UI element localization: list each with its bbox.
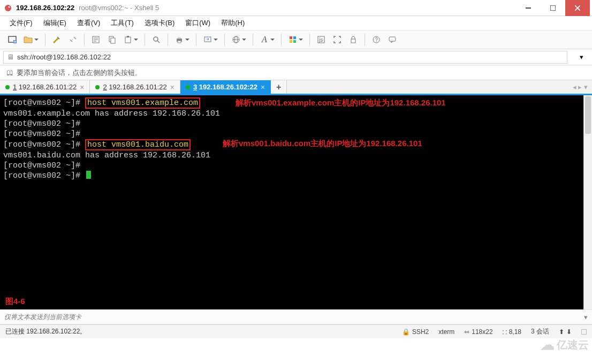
svg-rect-18 <box>125 37 131 43</box>
window-title-sub: root@vms002:~ - Xshell 5 <box>79 4 159 12</box>
svg-rect-23 <box>178 37 181 39</box>
toolbar: A js ? <box>0 30 592 49</box>
hint-bar: 🕮 要添加当前会话，点击左侧的箭头按钮。 <box>0 65 592 80</box>
properties-icon[interactable] <box>89 33 103 47</box>
svg-text:?: ? <box>375 37 378 43</box>
menu-edit[interactable]: 编辑(E) <box>41 17 69 29</box>
window-title-main: 192.168.26.102:22 <box>16 4 74 12</box>
output-1: vms001.example.com has address 192.168.2… <box>3 109 589 119</box>
help-icon[interactable]: ? <box>369 33 383 47</box>
status-term: xterm <box>438 328 454 336</box>
close-button[interactable] <box>565 0 590 16</box>
copy-icon[interactable] <box>105 33 119 47</box>
caret-pos-icon: ⸬ <box>503 328 507 336</box>
status-bar: 已连接 192.168.26.102:22。 🔒SSH2 xterm ⇿118x… <box>0 324 592 338</box>
reconnect-icon[interactable] <box>50 33 64 47</box>
new-session-icon[interactable] <box>5 33 19 47</box>
titlebar: 192.168.26.102:22 root@vms002:~ - Xshell… <box>0 0 592 16</box>
tile-up-icon[interactable]: ⬆ <box>559 328 564 336</box>
svg-text:js: js <box>318 37 323 43</box>
transfer-icon[interactable] <box>201 33 215 47</box>
disconnect-icon[interactable] <box>66 33 80 47</box>
status-protocol: SSH2 <box>412 328 429 336</box>
tab-bar: 1 192.168.26.101:22 × 2 192.168.26.101:2… <box>0 80 592 95</box>
tab-1[interactable]: 1 192.168.26.101:22 × <box>0 80 90 94</box>
globe-icon[interactable] <box>229 33 243 47</box>
command-2: host vms001.baidu.com <box>85 139 191 150</box>
tab-nav[interactable]: ◂ ▸ ▾ <box>568 80 592 94</box>
tab-2[interactable]: 2 192.168.26.101:22 × <box>90 80 180 94</box>
bookmark-add-icon[interactable]: 🕮 <box>6 69 13 77</box>
status-size: 118x22 <box>472 328 492 336</box>
svg-rect-24 <box>178 41 181 43</box>
open-icon[interactable] <box>21 33 35 47</box>
script-icon[interactable]: js <box>314 33 328 47</box>
svg-point-1 <box>9 6 10 7</box>
url-scheme-icon: 🖥 <box>7 53 14 61</box>
svg-line-21 <box>157 41 160 43</box>
svg-point-10 <box>54 42 55 43</box>
svg-rect-35 <box>351 39 355 43</box>
status-dot-icon <box>186 85 190 89</box>
tab-3[interactable]: 3 192.168.26.102:22 × <box>180 80 271 94</box>
svg-rect-29 <box>290 36 292 39</box>
tab-close-icon[interactable]: × <box>80 83 84 92</box>
watermark: ☁ 亿速云 <box>541 337 589 353</box>
menu-view[interactable]: 查看(V) <box>75 17 102 29</box>
menu-tabs[interactable]: 选项卡(B) <box>142 17 177 29</box>
tile-down-icon[interactable]: ⬇ <box>566 328 572 336</box>
maximize-button[interactable] <box>541 0 565 16</box>
svg-rect-17 <box>111 38 115 43</box>
command-1: host vms001.example.com <box>85 97 200 109</box>
fullscreen-icon[interactable] <box>330 33 344 47</box>
status-sessions: 3 会话 <box>531 327 549 336</box>
svg-point-20 <box>154 37 158 41</box>
paste-icon[interactable] <box>121 33 135 47</box>
cursor <box>86 171 91 179</box>
svg-line-11 <box>72 38 74 40</box>
figure-label: 图4-6 <box>5 296 25 306</box>
address-text: ssh://root@192.168.26.102:22 <box>17 53 111 61</box>
status-dot-icon <box>5 85 10 89</box>
status-connection: 已连接 192.168.26.102:22。 <box>5 327 392 336</box>
svg-rect-3 <box>550 5 556 11</box>
compose-input[interactable] <box>4 311 581 323</box>
lock-small-icon: 🔒 <box>402 328 410 336</box>
chat-icon[interactable] <box>385 33 399 47</box>
print-icon[interactable] <box>172 33 186 47</box>
compose-bar: ▾ <box>0 309 592 324</box>
annotation-2: 解析vms001.baidu.com主机的IP地址为192.168.26.101 <box>223 138 422 148</box>
terminal-scrollbar[interactable] <box>583 95 592 309</box>
menu-help[interactable]: 帮助(H) <box>219 17 247 29</box>
menubar: 文件(F) 编辑(E) 查看(V) 工具(T) 选项卡(B) 窗口(W) 帮助(… <box>0 16 592 30</box>
output-2: vms001.baidu.com has address 192.168.26.… <box>3 150 589 161</box>
address-dropdown[interactable]: ▾ <box>571 53 592 61</box>
address-field[interactable]: 🖥 ssh://root@192.168.26.102:22 <box>3 51 567 64</box>
size-icon: ⇿ <box>464 328 469 336</box>
svg-rect-31 <box>290 40 292 43</box>
caps-indicator <box>581 329 587 335</box>
status-pos: 8,18 <box>509 328 521 336</box>
find-icon[interactable] <box>149 33 163 47</box>
terminal[interactable]: [root@vms002 ~]# host vms001.example.com… <box>0 95 592 309</box>
menu-file[interactable]: 文件(F) <box>7 17 35 29</box>
tab-close-icon[interactable]: × <box>170 83 174 92</box>
menu-window[interactable]: 窗口(W) <box>183 17 212 29</box>
lock-icon[interactable] <box>346 33 360 47</box>
hint-text: 要添加当前会话，点击左侧的箭头按钮。 <box>17 68 142 78</box>
svg-point-0 <box>5 5 11 11</box>
svg-rect-30 <box>293 36 296 39</box>
tab-close-icon[interactable]: × <box>261 83 265 92</box>
svg-rect-19 <box>127 36 129 37</box>
annotation-1: 解析vms001.example.com主机的IP地址为192.168.26.1… <box>236 97 446 108</box>
svg-rect-32 <box>293 40 296 43</box>
minimize-button[interactable] <box>516 0 541 16</box>
menu-tools[interactable]: 工具(T) <box>109 17 136 29</box>
color-icon[interactable] <box>286 33 300 47</box>
font-icon[interactable]: A <box>257 33 271 47</box>
cloud-icon: ☁ <box>541 337 555 353</box>
compose-dropdown-icon[interactable]: ▾ <box>584 313 588 321</box>
address-bar: 🖥 ssh://root@192.168.26.102:22 ▾ <box>0 49 592 65</box>
svg-rect-38 <box>389 37 396 41</box>
new-tab-button[interactable]: + <box>271 80 287 94</box>
